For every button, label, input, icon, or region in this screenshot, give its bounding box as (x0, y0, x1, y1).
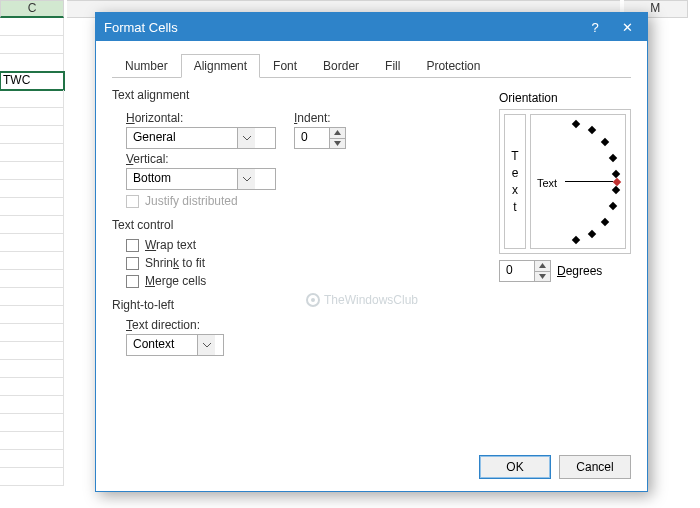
cancel-button[interactable]: Cancel (559, 455, 631, 479)
cell[interactable] (0, 144, 64, 162)
cell[interactable] (0, 252, 64, 270)
degrees-value: 0 (500, 261, 534, 281)
cell[interactable] (0, 54, 64, 72)
titlebar[interactable]: Format Cells ? ✕ (96, 13, 647, 41)
cell[interactable] (0, 18, 64, 36)
spin-down-icon[interactable] (535, 272, 550, 282)
cell[interactable] (0, 306, 64, 324)
cell[interactable] (0, 90, 64, 108)
close-button[interactable]: ✕ (607, 13, 647, 41)
col-header-c[interactable]: C (0, 0, 64, 18)
vertical-combo[interactable]: Bottom (126, 168, 276, 190)
text-direction-value: Context (127, 335, 197, 355)
shrink-to-fit-label: Shrink to fit (145, 256, 205, 270)
cell[interactable] (0, 216, 64, 234)
spin-down-icon[interactable] (330, 139, 345, 149)
orientation-panel: Text Text (499, 109, 631, 254)
horizontal-combo[interactable]: General (126, 127, 276, 149)
tab-border[interactable]: Border (310, 54, 372, 78)
cell[interactable] (0, 162, 64, 180)
tab-strip: Number Alignment Font Border Fill Protec… (112, 53, 631, 78)
vertical-value: Bottom (127, 169, 237, 189)
cell[interactable] (0, 450, 64, 468)
cell[interactable] (0, 108, 64, 126)
text-direction-label: Text direction: (126, 318, 631, 332)
chevron-down-icon (237, 169, 255, 189)
cell[interactable] (0, 288, 64, 306)
cell[interactable] (0, 234, 64, 252)
indent-value: 0 (295, 128, 329, 148)
active-cell[interactable]: TWC (0, 72, 64, 90)
text-direction-combo[interactable]: Context (126, 334, 224, 356)
wrap-text-label: Wrap text (145, 238, 196, 252)
cell[interactable] (0, 414, 64, 432)
orientation-arc[interactable]: Text (530, 114, 626, 249)
orientation-text-label: Text (537, 177, 557, 189)
tab-number[interactable]: Number (112, 54, 181, 78)
cell[interactable] (0, 378, 64, 396)
cell[interactable] (0, 198, 64, 216)
checkbox-icon (126, 195, 139, 208)
orientation-vertical-text[interactable]: Text (504, 114, 526, 249)
cell[interactable] (0, 396, 64, 414)
cell[interactable] (0, 126, 64, 144)
checkbox-icon (126, 239, 139, 252)
cell[interactable] (0, 180, 64, 198)
dialog-button-bar: OK Cancel (479, 455, 631, 479)
rtl-group: Right-to-left Text direction: Context (112, 298, 631, 356)
horizontal-value: General (127, 128, 237, 148)
ok-button[interactable]: OK (479, 455, 551, 479)
orientation-indicator-line (565, 181, 613, 182)
dialog-title: Format Cells (104, 20, 575, 35)
format-cells-dialog: Format Cells ? ✕ Number Alignment Font B… (95, 12, 648, 492)
tab-protection[interactable]: Protection (413, 54, 493, 78)
cell[interactable] (0, 36, 64, 54)
indent-spinner[interactable]: 0 (294, 127, 346, 149)
orientation-label: Orientation (499, 91, 631, 105)
cell[interactable] (0, 324, 64, 342)
chevron-down-icon (197, 335, 215, 355)
rtl-label: Right-to-left (112, 298, 631, 312)
cell[interactable] (0, 360, 64, 378)
indent-label: Indent: (294, 111, 346, 125)
degrees-label: Degrees (557, 264, 602, 278)
spin-up-icon[interactable] (330, 128, 345, 139)
cell[interactable] (0, 468, 64, 486)
merge-cells-label: Merge cells (145, 274, 206, 288)
tab-fill[interactable]: Fill (372, 54, 413, 78)
chevron-down-icon (237, 128, 255, 148)
spin-up-icon[interactable] (535, 261, 550, 272)
orientation-group: Orientation Text Text (499, 91, 631, 282)
degrees-spinner[interactable]: 0 (499, 260, 551, 282)
horizontal-label: Horizontal: (126, 111, 276, 125)
cell[interactable] (0, 432, 64, 450)
checkbox-icon (126, 275, 139, 288)
cell[interactable] (0, 342, 64, 360)
checkbox-icon (126, 257, 139, 270)
cell[interactable] (0, 270, 64, 288)
tab-font[interactable]: Font (260, 54, 310, 78)
justify-distributed-label: Justify distributed (145, 194, 238, 208)
tab-alignment[interactable]: Alignment (181, 54, 260, 78)
